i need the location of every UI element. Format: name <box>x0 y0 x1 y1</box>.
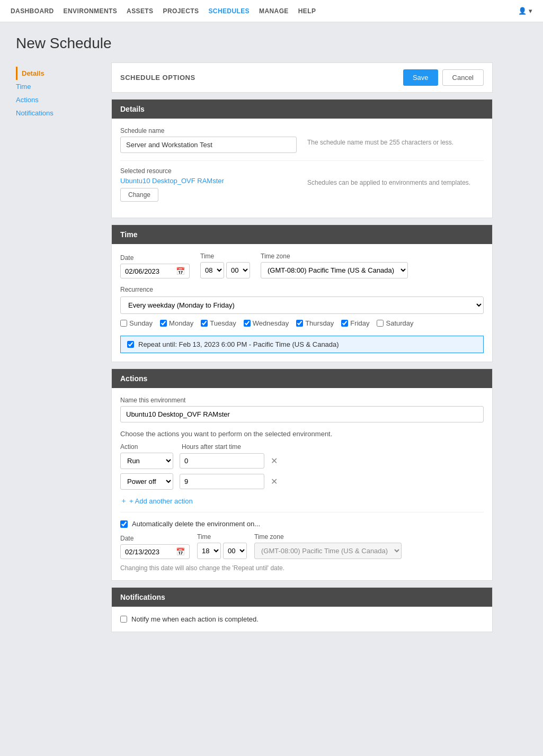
delete-date-label: Date <box>120 535 190 542</box>
day-saturday: Saturday <box>377 319 413 327</box>
action-select-2[interactable]: Power off <box>120 473 173 490</box>
thursday-checkbox[interactable] <box>296 320 303 327</box>
notify-label: Notify me when each action is completed. <box>131 615 259 623</box>
timezone-group: Time zone (GMT-08:00) Pacific Time (US &… <box>261 253 408 278</box>
action-hours-1[interactable] <box>180 453 264 469</box>
schedule-name-input[interactable] <box>120 137 297 153</box>
action-header-row: Action Hours after start time <box>120 443 484 451</box>
timezone-select[interactable]: (GMT-08:00) Pacific Time (US & Canada) <box>261 262 408 278</box>
notify-checkbox[interactable] <box>120 616 127 623</box>
sidebar-item-details[interactable]: Details <box>16 67 101 80</box>
repeat-until-checkbox[interactable] <box>127 341 134 348</box>
notifications-section-body: Notify me when each action is completed. <box>112 607 492 632</box>
action-hours-2[interactable] <box>180 474 264 489</box>
selected-resource-hint: Schedules can be applied to environments… <box>307 167 484 202</box>
env-name-input[interactable] <box>120 406 484 422</box>
page-container: New Schedule Details Time Actions Notifi… <box>0 22 509 645</box>
user-menu[interactable]: 👤 ▾ <box>518 7 532 15</box>
monday-checkbox[interactable] <box>160 320 167 327</box>
nav-manage[interactable]: MANAGE <box>259 7 289 15</box>
selected-resource-col: Selected resource Ubuntu10 Desktop_OVF R… <box>120 167 297 202</box>
delete-date-group: Date 📅 <box>120 535 190 559</box>
schedule-name-col: Schedule name <box>120 127 297 153</box>
day-friday: Friday <box>341 319 369 327</box>
sidebar-item-notifications[interactable]: Notifications <box>16 106 101 120</box>
nav-assets[interactable]: ASSETS <box>127 7 153 15</box>
minute-select[interactable]: 00 <box>226 262 250 278</box>
wednesday-checkbox[interactable] <box>244 320 251 327</box>
day-wednesday: Wednesday <box>244 319 289 327</box>
nav-help[interactable]: HELP <box>298 7 316 15</box>
details-section-header: Details <box>112 100 492 119</box>
date-hint: Changing this date will also change the … <box>120 564 484 572</box>
selected-resource-label: Selected resource <box>120 167 297 175</box>
details-section: Details Schedule name The schedule name … <box>111 99 493 218</box>
day-checkboxes: Sunday Monday Tuesday Wednesday Thur <box>120 319 484 329</box>
repeat-until-text: Repeat until: Feb 13, 2023 6:00 PM - Pac… <box>138 340 339 348</box>
delete-time-label: Time <box>197 533 247 541</box>
schedule-options-bar: SCHEDULE OPTIONS Save Cancel <box>111 62 493 93</box>
selected-resource-row: Selected resource Ubuntu10 Desktop_OVF R… <box>120 167 484 202</box>
delete-hour-select[interactable]: 18 <box>197 543 221 559</box>
delete-minute-select[interactable]: 00 <box>223 543 247 559</box>
saturday-checkbox[interactable] <box>377 320 384 327</box>
auto-delete-row: Automatically delete the environment on.… <box>120 520 484 528</box>
nav-schedules[interactable]: SCHEDULES <box>208 7 250 15</box>
auto-delete-time-row: Date 📅 Time 18 <box>120 533 484 559</box>
add-action-label: + Add another action <box>129 497 193 505</box>
notify-row: Notify me when each action is completed. <box>120 615 484 623</box>
change-button[interactable]: Change <box>120 188 158 202</box>
sidebar-item-time[interactable]: Time <box>16 80 101 93</box>
actions-section-body: Name this environment Choose the actions… <box>112 388 492 580</box>
day-thursday: Thursday <box>296 319 334 327</box>
resource-link[interactable]: Ubuntu10 Desktop_OVF RAMster <box>120 177 224 185</box>
nav-projects[interactable]: PROJECTS <box>163 7 199 15</box>
delete-date-input[interactable] <box>125 548 173 556</box>
main-content: SCHEDULE OPTIONS Save Cancel Details Sch… <box>111 62 493 632</box>
actions-description: Choose the actions you want to perform o… <box>120 430 484 438</box>
delete-calendar-icon[interactable]: 📅 <box>176 547 185 556</box>
schedule-name-row: Schedule name The schedule name must be … <box>120 127 484 153</box>
auto-delete-label: Automatically delete the environment on.… <box>132 520 260 528</box>
day-sunday: Sunday <box>120 319 153 327</box>
tuesday-checkbox[interactable] <box>201 320 208 327</box>
hour-group: Time 08 00 <box>200 253 250 278</box>
time-section: Time Date 📅 Time <box>111 224 493 362</box>
calendar-icon[interactable]: 📅 <box>176 267 185 275</box>
notifications-section-header: Notifications <box>112 588 492 607</box>
sunday-checkbox[interactable] <box>120 320 127 327</box>
day-tuesday: Tuesday <box>201 319 236 327</box>
add-action-link[interactable]: ＋ + Add another action <box>120 496 193 506</box>
date-input[interactable] <box>125 267 173 275</box>
hour-select[interactable]: 08 <box>200 262 224 278</box>
sidebar-item-actions[interactable]: Actions <box>16 93 101 106</box>
env-name-label: Name this environment <box>120 397 484 404</box>
cancel-button[interactable]: Cancel <box>442 69 484 86</box>
schedule-name-hint: The schedule name must be 255 characters… <box>307 127 484 153</box>
remove-action-2[interactable]: ✕ <box>271 476 278 487</box>
action-row-1: Run ✕ <box>120 453 484 469</box>
date-input-wrap: 📅 <box>120 264 190 278</box>
friday-checkbox[interactable] <box>341 320 348 327</box>
actions-section-header: Actions <box>112 369 492 388</box>
time-section-header: Time <box>112 225 492 244</box>
layout: Details Time Actions Notifications SCHED… <box>16 62 493 632</box>
nav-dashboard[interactable]: DASHBOARD <box>11 7 54 15</box>
date-group: Date 📅 <box>120 254 190 278</box>
time-date-row: Date 📅 Time 08 <box>120 253 484 278</box>
date-label: Date <box>120 254 190 262</box>
auto-delete-checkbox[interactable] <box>120 520 128 528</box>
schedule-name-label: Schedule name <box>120 127 297 134</box>
nav-environments[interactable]: ENVIRONMENTS <box>64 7 117 15</box>
action-select-1[interactable]: Run <box>120 453 173 469</box>
navbar: DASHBOARD ENVIRONMENTS ASSETS PROJECTS S… <box>0 0 543 22</box>
recurrence-select[interactable]: Every weekday (Monday to Friday) <box>120 296 484 314</box>
delete-time-group: Time 18 00 <box>197 533 247 559</box>
details-section-body: Schedule name The schedule name must be … <box>112 119 492 218</box>
delete-timezone-group: Time zone (GMT-08:00) Pacific Time (US &… <box>254 533 402 559</box>
save-button[interactable]: Save <box>403 69 438 86</box>
notifications-section: Notifications Notify me when each action… <box>111 587 493 632</box>
remove-action-1[interactable]: ✕ <box>271 456 278 466</box>
delete-timezone-select[interactable]: (GMT-08:00) Pacific Time (US & Canada) <box>254 543 402 559</box>
action-row-2: Power off ✕ <box>120 473 484 490</box>
